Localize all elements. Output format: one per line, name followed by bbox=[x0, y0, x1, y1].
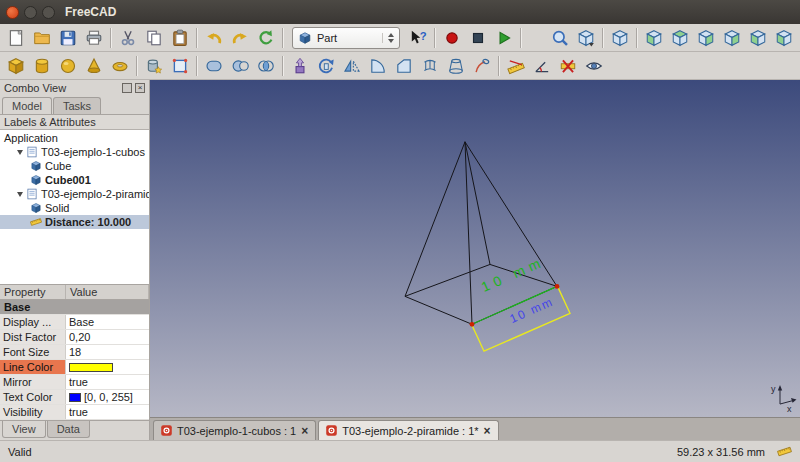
redo-button[interactable] bbox=[227, 25, 253, 51]
view-top-button[interactable] bbox=[667, 25, 693, 51]
macro-record-button[interactable] bbox=[439, 25, 465, 51]
expander-icon[interactable] bbox=[17, 192, 23, 197]
property-row-mirror[interactable]: Mirrortrue bbox=[0, 375, 149, 390]
part-cone-button[interactable] bbox=[81, 53, 107, 79]
tree-item-distance-10-000[interactable]: Distance: 10.000 bbox=[0, 215, 149, 229]
window-close-button[interactable] bbox=[6, 6, 19, 19]
draw-style-icon bbox=[577, 29, 595, 47]
boolean-cut-button[interactable] bbox=[227, 53, 253, 79]
property-row-text-color[interactable]: Text Color[0, 0, 255] bbox=[0, 390, 149, 405]
view-rear-button[interactable] bbox=[719, 25, 745, 51]
property-row-visibility[interactable]: Visibilitytrue bbox=[0, 405, 149, 420]
property-value[interactable]: 0,20 bbox=[66, 330, 149, 344]
property-value[interactable]: Base bbox=[66, 315, 149, 329]
print-button[interactable] bbox=[81, 25, 107, 51]
combo-spinner-icon[interactable] bbox=[382, 33, 394, 43]
measure-clear-all-button[interactable] bbox=[555, 53, 581, 79]
view-left-button[interactable] bbox=[771, 25, 797, 51]
copy-button[interactable] bbox=[141, 25, 167, 51]
boolean-common-button[interactable] bbox=[253, 53, 279, 79]
cube-icon bbox=[30, 174, 42, 186]
draw-style-button[interactable] bbox=[573, 25, 599, 51]
expander-icon[interactable] bbox=[17, 150, 23, 155]
view-front-button[interactable] bbox=[641, 25, 667, 51]
tab-tasks[interactable]: Tasks bbox=[53, 97, 101, 114]
shape-builder-button[interactable] bbox=[167, 53, 193, 79]
tree-item-t03-ejemplo-2-piramide[interactable]: T03-ejemplo-2-piramide bbox=[0, 187, 149, 201]
property-label: Mirror bbox=[0, 375, 66, 389]
property-row-display[interactable]: Display ...Base bbox=[0, 315, 149, 330]
new-document-button[interactable] bbox=[3, 25, 29, 51]
cut-button[interactable] bbox=[115, 25, 141, 51]
panel-close-icon[interactable]: × bbox=[135, 83, 145, 93]
view-right-button[interactable] bbox=[693, 25, 719, 51]
macro-stop-button[interactable] bbox=[465, 25, 491, 51]
fillet-button[interactable] bbox=[365, 53, 391, 79]
property-row-line-color[interactable]: Line Color bbox=[0, 360, 149, 375]
undo-button[interactable] bbox=[201, 25, 227, 51]
tree-item-t03-ejemplo-1-cubos[interactable]: T03-ejemplo-1-cubos bbox=[0, 145, 149, 159]
property-group-base[interactable]: Base bbox=[0, 300, 149, 315]
ruled-surface-button[interactable] bbox=[417, 53, 443, 79]
open-button[interactable] bbox=[29, 25, 55, 51]
property-table-header: Property Value bbox=[0, 284, 149, 300]
part-sphere-button[interactable] bbox=[55, 53, 81, 79]
measure-toggle-all-button[interactable] bbox=[581, 53, 607, 79]
paste-button[interactable] bbox=[167, 25, 193, 51]
window-minimize-button[interactable] bbox=[24, 6, 37, 19]
property-value[interactable] bbox=[66, 360, 149, 374]
extrude-button[interactable] bbox=[287, 53, 313, 79]
tree-item-solid[interactable]: Solid bbox=[0, 201, 149, 215]
property-value[interactable]: true bbox=[66, 405, 149, 419]
refresh-button[interactable] bbox=[253, 25, 279, 51]
window-maximize-button[interactable] bbox=[42, 6, 55, 19]
tree-item-cube[interactable]: Cube bbox=[0, 159, 149, 173]
3d-viewport[interactable]: 10 mm 10 mm y x bbox=[150, 80, 800, 418]
color-swatch bbox=[69, 393, 81, 402]
property-value[interactable]: true bbox=[66, 375, 149, 389]
part-torus-button[interactable] bbox=[107, 53, 133, 79]
property-row-font-size[interactable]: Font Size18 bbox=[0, 345, 149, 360]
boolean-union-button[interactable] bbox=[201, 53, 227, 79]
part-box-button[interactable] bbox=[3, 53, 29, 79]
copy-icon bbox=[145, 29, 163, 47]
tab-data[interactable]: Data bbox=[47, 421, 90, 438]
view-axonometric-button[interactable] bbox=[607, 25, 633, 51]
document-tab-t03-ejemplo-2-piramide-1[interactable]: T03-ejemplo-2-piramide : 1*× bbox=[318, 420, 498, 440]
main-area: Combo View × ModelTasks Labels & Attribu… bbox=[0, 80, 800, 440]
panel-float-icon[interactable] bbox=[122, 83, 132, 93]
save-button[interactable] bbox=[55, 25, 81, 51]
document-tab-t03-ejemplo-1-cubos-1[interactable]: T03-ejemplo-1-cubos : 1× bbox=[153, 420, 316, 440]
loft-button[interactable] bbox=[443, 53, 469, 79]
mirror-button[interactable] bbox=[339, 53, 365, 79]
measure-linear-button[interactable] bbox=[503, 53, 529, 79]
refresh-icon bbox=[257, 29, 275, 47]
part-sphere-icon bbox=[59, 57, 77, 75]
property-value[interactable]: 18 bbox=[66, 345, 149, 359]
tree-item-application[interactable]: Application bbox=[0, 131, 149, 145]
dimension-label-blue: 10 mm bbox=[508, 294, 556, 326]
tree-item-cube001[interactable]: Cube001 bbox=[0, 173, 149, 187]
sweep-button[interactable] bbox=[469, 53, 495, 79]
property-row-dist-factor[interactable]: Dist Factor0,20 bbox=[0, 330, 149, 345]
tab-close-icon[interactable]: × bbox=[300, 426, 309, 436]
property-value[interactable]: [0, 0, 255] bbox=[66, 390, 149, 404]
part-cylinder-button[interactable] bbox=[29, 53, 55, 79]
chamfer-button[interactable] bbox=[391, 53, 417, 79]
combo-view-tabs: ModelTasks bbox=[0, 96, 149, 115]
viewport-canvas[interactable]: 10 mm 10 mm y x bbox=[150, 80, 800, 417]
part-primitives-button[interactable] bbox=[141, 53, 167, 79]
macro-execute-button[interactable] bbox=[491, 25, 517, 51]
measure-angular-button[interactable] bbox=[529, 53, 555, 79]
revolve-icon bbox=[317, 57, 335, 75]
workbench-selector[interactable]: Part bbox=[292, 27, 400, 49]
view-bottom-button[interactable] bbox=[745, 25, 771, 51]
fit-all-button[interactable] bbox=[547, 25, 573, 51]
whats-this-button[interactable]: ? bbox=[405, 25, 431, 51]
axis-indicator: y x bbox=[771, 384, 797, 414]
tab-close-icon[interactable]: × bbox=[483, 426, 492, 436]
revolve-button[interactable] bbox=[313, 53, 339, 79]
window-title: FreeCAD bbox=[65, 5, 116, 19]
tab-view[interactable]: View bbox=[2, 421, 46, 438]
tab-model[interactable]: Model bbox=[2, 97, 52, 114]
